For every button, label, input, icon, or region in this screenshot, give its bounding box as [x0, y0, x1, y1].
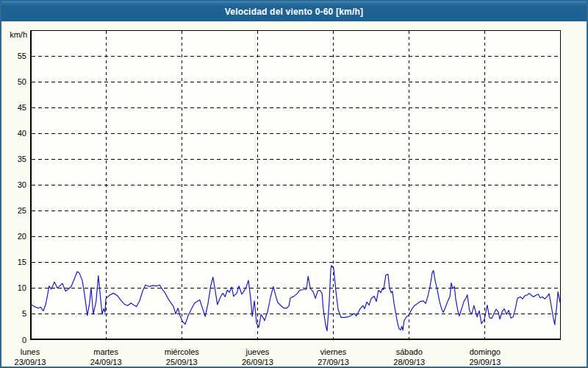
x-day-label-lunes: lunes [21, 347, 40, 356]
wind-speed-chart: 0510152025303540455055km/hlunes23/09/13m… [1, 1, 587, 367]
x-date-label-domingo: 29/09/13 [469, 358, 501, 367]
y-tick-label-45: 45 [18, 103, 26, 112]
x-day-label-martes: martes [93, 347, 118, 356]
app-window: Velocidad del viento 0-60 [km/h] 0510152… [0, 0, 588, 368]
window-title: Velocidad del viento 0-60 [km/h] [225, 7, 363, 17]
title-bar: Velocidad del viento 0-60 [km/h] [1, 1, 587, 21]
y-tick-label-30: 30 [18, 180, 26, 189]
y-tick-label-40: 40 [18, 129, 26, 138]
x-date-label-miércoles: 25/09/13 [166, 358, 198, 367]
y-tick-label-20: 20 [18, 232, 26, 241]
x-date-label-lunes: 23/09/13 [15, 358, 46, 367]
y-tick-label-50: 50 [18, 77, 26, 86]
x-day-label-jueves: jueves [245, 347, 270, 356]
x-day-label-sábado: sábado [396, 347, 423, 356]
x-day-label-miércoles: miércoles [165, 347, 200, 356]
x-date-label-sábado: 28/09/13 [393, 358, 425, 367]
y-axis-unit-label: km/h [10, 30, 27, 39]
y-tick-label-0: 0 [22, 336, 26, 344]
x-date-label-viernes: 27/09/13 [318, 358, 349, 367]
y-tick-label-55: 55 [18, 52, 26, 60]
y-tick-label-15: 15 [18, 258, 26, 266]
x-date-label-jueves: 26/09/13 [242, 358, 273, 367]
plot-background [30, 30, 561, 340]
x-date-label-martes: 24/09/13 [90, 358, 122, 367]
y-tick-label-10: 10 [18, 283, 26, 292]
y-tick-label-5: 5 [22, 309, 26, 318]
y-tick-label-25: 25 [18, 206, 26, 215]
x-day-label-domingo: domingo [470, 347, 501, 356]
y-tick-label-35: 35 [18, 155, 26, 163]
x-day-label-viernes: viernes [320, 347, 347, 356]
